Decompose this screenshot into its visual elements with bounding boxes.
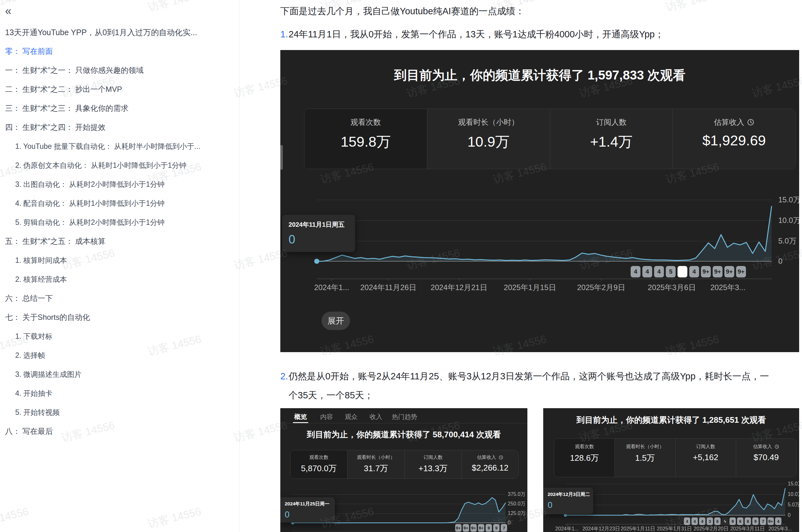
video-count-badge: 6	[714, 517, 721, 525]
y-axis-tick-label: 0	[788, 512, 790, 518]
toc-item[interactable]: 2. 核算经营成本	[5, 270, 236, 289]
list-item-1: 1. 24年11月1日，我从0开始，发第一个作品，13天，账号1达成千粉4000…	[280, 25, 802, 44]
toc-item[interactable]: 2. 伪原创文本自动化： 从耗时1小时降低到小于1分钟	[5, 156, 236, 175]
video-count-badge: 4	[689, 266, 699, 278]
stat-label: 估算收入	[753, 444, 779, 450]
video-count-badge: 4	[642, 266, 652, 278]
y-axis-tick-label: 250.0万	[508, 501, 525, 507]
toc-item[interactable]: 4. 开始抽卡	[5, 384, 236, 403]
stat-card: 观看次数5,870.0万	[291, 450, 347, 478]
stat-label: 订阅人数	[596, 117, 627, 127]
toc-item[interactable]: 1. YouTube 批量下载自动化： 从耗时半小时降低到小于...	[5, 137, 236, 156]
video-count-badge: 9	[486, 524, 492, 532]
x-axis-tick-label: 2025年3月6日	[648, 283, 696, 292]
tooltip-date: 2024年11月1日周五	[288, 221, 349, 229]
x-axis-tick-label: 2025年3...	[768, 526, 792, 532]
video-count-badge: 9+	[470, 524, 477, 532]
x-axis-tick-label: 2024年12月21日	[431, 283, 487, 292]
views-line-chart	[565, 484, 785, 515]
toc-item[interactable]: 三： 生财“术”之三： 具象化你的需求	[5, 99, 236, 118]
chart-tooltip: 2024年11月1日周五 0	[282, 215, 355, 252]
video-count-badge: 9+	[736, 266, 746, 278]
stat-card: 估算收入$70.49	[736, 439, 796, 477]
toc-item[interactable]: 5. 开始转视频	[5, 403, 236, 422]
stat-label: 观看次数	[575, 444, 594, 450]
x-axis-tick-label: 2025年1月11日	[620, 526, 655, 532]
video-marker-badges: 44436ϟ968979+4	[684, 517, 781, 525]
toc-item[interactable]: 3. 出图自动化： 从耗时2小时降低到小于1分钟	[5, 175, 236, 194]
stat-value: 1.5万	[635, 453, 655, 463]
stat-card: 观看时长（小时）31.7万	[347, 450, 404, 478]
toc-item[interactable]: 一： 生财“术”之一： 只做你感兴趣的领域	[5, 61, 236, 80]
axis-tick	[638, 524, 638, 526]
axis-tick	[728, 279, 728, 281]
toc-item[interactable]: 八： 写在最后	[5, 422, 236, 441]
video-count-badge: 9+	[767, 517, 774, 525]
page: « 13天开通YouTube YPP，从0到1月入过万的自动化实... 零： 写…	[0, 0, 802, 532]
toc-item[interactable]: 四： 生财“术”之四： 开始提效	[5, 118, 236, 137]
x-axis-tick-label: 2025年2月9日	[577, 283, 625, 292]
toc-item[interactable]: 二： 生财“术”之二： 抄出一个MVP	[5, 80, 236, 99]
stat-value: +5,162	[693, 453, 719, 462]
video-count-badge: 6	[737, 517, 743, 525]
list-item-text: 仍然是从0开始，账号2从24年11月25、账号3从12月3日发第一个作品，这两个…	[288, 371, 769, 400]
tooltip-value: 0	[288, 233, 349, 246]
toc-item[interactable]: 3. 微调描述生成图片	[5, 365, 236, 384]
stat-value: 5,870.0万	[301, 463, 337, 474]
stat-card: 订阅人数+1.4万	[550, 109, 673, 169]
axis-tick	[388, 279, 389, 281]
y-axis-tick-label: 5.0万	[788, 501, 799, 508]
collapse-sidebar-icon[interactable]: «	[5, 4, 12, 18]
toc-item[interactable]: 五： 生财“术”之五： 成本核算	[5, 232, 236, 251]
video-marker-badges: 444549+9+9+9+	[631, 266, 746, 278]
y-axis-tick-label: 10.0万	[778, 215, 799, 226]
list-item-text: 24年11月1日，我从0开始，发第一个作品，13天，账号1达成千粉4000小时，…	[288, 29, 664, 39]
y-axis-tick-label: 10.0万	[788, 491, 799, 498]
video-count-badge: 7	[760, 517, 766, 525]
video-count-badge: 9+	[455, 524, 462, 532]
shorts-badge-icon: ϟ	[722, 517, 728, 525]
video-count-badge: 4	[684, 517, 690, 525]
toc-item[interactable]: 六： 总结一下	[5, 289, 236, 308]
x-axis-tick-label: 2025年1月15日	[504, 283, 556, 292]
expand-button: 展开	[321, 311, 350, 330]
stat-value: 128.6万	[570, 453, 599, 463]
toc-item[interactable]: 2. 选择帧	[5, 346, 236, 365]
y-axis-tick-label: 0	[508, 520, 510, 526]
stat-value: +1.4万	[590, 132, 633, 151]
toc-item[interactable]: 七： 关于Shorts的自动化	[5, 308, 236, 327]
axis-tick	[530, 279, 530, 281]
clock-icon	[499, 455, 503, 460]
stat-value: 159.8万	[341, 132, 391, 151]
y-axis-tick-label: 15.0万	[788, 481, 799, 487]
toc-item[interactable]: 5. 剪辑自动化： 从耗时2小时降低到小于1分钟	[5, 213, 236, 232]
stat-label: 观看时长（小时）	[357, 454, 395, 460]
video-count-badge: 4	[631, 266, 640, 278]
toc-item[interactable]: 1. 下载对标	[5, 327, 236, 346]
clock-icon	[747, 118, 754, 126]
clock-icon	[775, 444, 779, 449]
x-axis-tick-label: 2025年3月11日	[730, 526, 765, 532]
tooltip-value: 0	[285, 510, 330, 520]
toc-item[interactable]: 零： 写在前面	[5, 42, 236, 61]
stat-card: 观看时长（小时）1.5万	[615, 439, 675, 477]
stat-card: 订阅人数+13.3万	[405, 450, 462, 478]
watermark-text: 访客 14556	[664, 0, 721, 15]
video-marker-badges: 9+9+9+9+997	[455, 524, 507, 532]
stat-label: 观看次数	[350, 117, 381, 127]
x-axis-tick-label: 2024年12月23日	[582, 526, 620, 532]
chart-tooltip: 2024年11月25日周一 0	[280, 497, 335, 522]
y-axis-tick-label: 375.0万	[508, 491, 525, 498]
stat-card: 观看次数159.8万	[304, 109, 427, 169]
y-axis-tick-label: 125.0万	[508, 510, 525, 517]
toc-item[interactable]: 4. 配音自动化： 从耗时1小时降低到小于1分钟	[5, 194, 236, 213]
toc-item[interactable]: 1. 核算时间成本	[5, 251, 236, 270]
series-start-dot	[314, 259, 319, 264]
video-count-badge: 9	[752, 517, 759, 525]
video-count-badge: 8	[745, 517, 751, 525]
tab-revenue: 收入	[370, 413, 382, 421]
analytics-screenshot-account1: 到目前为止，你的频道累计获得了 1,597,833 次观看 观看次数159.8万…	[280, 50, 799, 352]
video-count-badge: 5	[666, 266, 676, 278]
video-count-badge: 9+	[463, 524, 469, 532]
axis-tick	[601, 524, 601, 526]
